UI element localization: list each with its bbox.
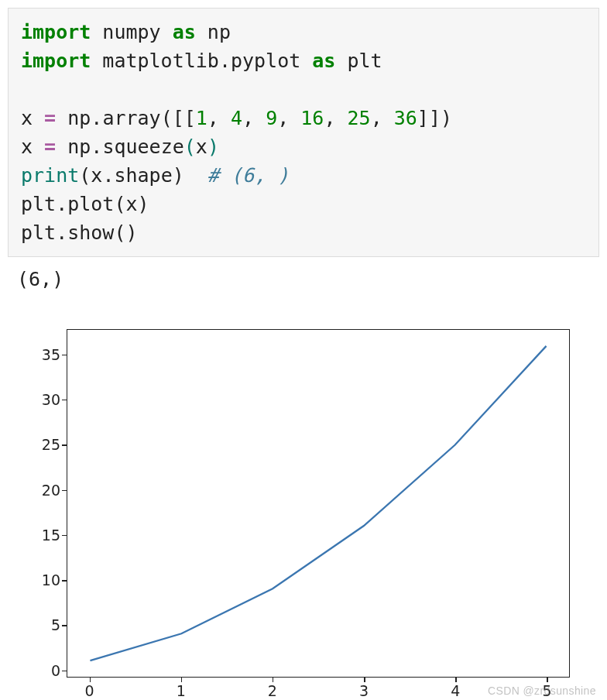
code-line-6: print(x.shape) # (6, ) [21,164,289,187]
y-tick-label: 0 [29,662,60,679]
y-tick-label: 10 [29,571,60,588]
x-tick-label: 2 [268,682,277,699]
code-line-1: import numpy as np [21,21,231,43]
watermark-text: CSDN @zrdsunshine [488,685,596,697]
y-tick-label: 25 [29,436,60,453]
x-tick-label: 3 [359,682,369,699]
line-path [67,330,569,677]
y-tick-label: 30 [29,391,60,408]
code-line-8: plt.show() [21,221,138,244]
x-tick-label: 1 [177,682,186,699]
line-chart: 05101520253035012345 [17,314,582,699]
code-cell: import numpy as np import matplotlib.pyp… [8,8,599,257]
code-line-2: import matplotlib.pyplot as plt [21,50,382,72]
y-tick-label: 20 [29,482,60,499]
y-tick-label: 15 [29,527,60,544]
code-line-7: plt.plot(x) [21,193,149,215]
x-tick-label: 0 [84,682,94,699]
y-tick-label: 5 [29,616,60,633]
x-tick-label: 4 [451,682,460,699]
plot-area [67,329,570,678]
output-text: (6,) [17,268,599,290]
y-tick-label: 35 [29,346,60,363]
code-line-5: x = np.squeeze(x) [21,136,219,158]
code-line-4: x = np.array([[1, 4, 9, 16, 25, 36]]) [21,107,452,129]
